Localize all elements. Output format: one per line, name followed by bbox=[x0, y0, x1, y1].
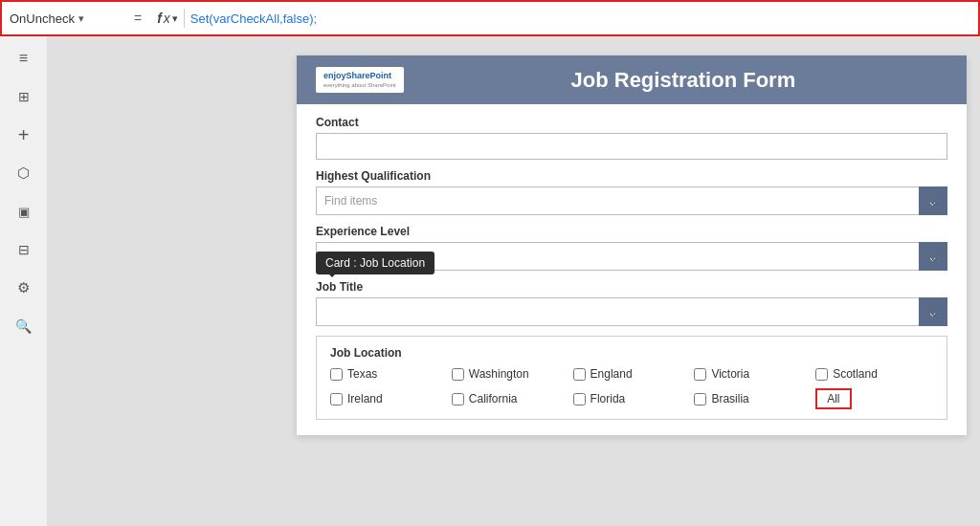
victoria-checkbox[interactable] bbox=[694, 368, 706, 381]
job-location-title: Job Location bbox=[330, 346, 933, 360]
list-item: Victoria bbox=[694, 367, 812, 381]
job-title-dropdown-icon[interactable]: ⌄ bbox=[919, 297, 947, 326]
list-item: Washington bbox=[452, 367, 569, 381]
data-icon[interactable]: ⬡ bbox=[13, 163, 34, 184]
texas-checkbox[interactable] bbox=[330, 368, 343, 381]
equals-sign: = bbox=[130, 11, 145, 26]
list-item: Texas bbox=[330, 367, 448, 381]
florida-label: Florida bbox=[590, 392, 626, 405]
form-body: Contact Highest Qualification Find items… bbox=[297, 104, 967, 435]
experience-label: Experience Level bbox=[316, 225, 947, 238]
checkbox-grid: Texas Washington England Victoria bbox=[330, 367, 933, 409]
components-icon[interactable]: ⊟ bbox=[13, 239, 34, 260]
formula-input[interactable] bbox=[190, 11, 970, 26]
fx-label: f bbox=[157, 11, 162, 26]
all-button-cell: All bbox=[815, 388, 933, 409]
qualification-label: Highest Qualification bbox=[316, 169, 947, 183]
ireland-checkbox[interactable] bbox=[330, 393, 343, 405]
left-sidebar: ≡ ⊞ + ⬡ ▣ ⊟ ⚙ 🔍 bbox=[0, 36, 48, 526]
scotland-label: Scotland bbox=[833, 367, 878, 381]
qualification-select-wrapper: Find items ⌄ bbox=[316, 186, 947, 215]
settings-icon[interactable]: ⚙ bbox=[13, 277, 34, 298]
job-title-select-wrapper: ⌄ bbox=[316, 297, 947, 326]
list-item: Ireland bbox=[330, 388, 448, 409]
california-checkbox[interactable] bbox=[452, 393, 464, 405]
layers-icon[interactable]: ⊞ bbox=[13, 86, 34, 107]
brasilia-checkbox[interactable] bbox=[694, 393, 706, 405]
job-title-label: Job Title bbox=[316, 280, 947, 294]
job-location-section: Job Location Texas Washington England bbox=[316, 336, 947, 420]
form-panel: enjoySharePoint everything about SharePo… bbox=[297, 55, 967, 435]
fx-dropdown-icon[interactable]: ▾ bbox=[172, 12, 178, 25]
card-job-location-tooltip: Card : Job Location bbox=[316, 252, 434, 274]
list-item: California bbox=[452, 388, 569, 409]
logo: enjoySharePoint everything about SharePo… bbox=[316, 67, 404, 93]
dropdown-arrow-icon[interactable]: ▾ bbox=[78, 12, 84, 25]
experience-dropdown-icon[interactable]: ⌄ bbox=[919, 242, 947, 271]
washington-checkbox[interactable] bbox=[452, 368, 464, 381]
england-checkbox[interactable] bbox=[573, 368, 586, 381]
brasilia-label: Brasilia bbox=[711, 392, 748, 405]
list-item: England bbox=[573, 367, 691, 381]
ireland-label: Ireland bbox=[347, 392, 383, 405]
fx-x: x bbox=[164, 11, 170, 26]
florida-checkbox[interactable] bbox=[573, 393, 586, 405]
property-name: OnUncheck bbox=[10, 11, 75, 26]
fx-button[interactable]: fx ▾ bbox=[151, 9, 185, 28]
job-title-field: Job Title ⌄ Card : Job Location bbox=[316, 280, 947, 326]
form-header: enjoySharePoint everything about SharePo… bbox=[297, 55, 967, 104]
qualification-dropdown-icon[interactable]: ⌄ bbox=[919, 186, 947, 215]
logo-line2: everything about SharePoint bbox=[323, 82, 396, 90]
property-dropdown[interactable]: OnUncheck ▾ bbox=[10, 11, 124, 26]
all-button[interactable]: All bbox=[815, 388, 851, 409]
search-icon[interactable]: 🔍 bbox=[13, 316, 34, 337]
victoria-label: Victoria bbox=[711, 367, 749, 381]
form-title: Job Registration Form bbox=[419, 68, 947, 93]
contact-input[interactable] bbox=[316, 133, 947, 160]
main-area: enjoySharePoint everything about SharePo… bbox=[48, 36, 980, 526]
california-label: California bbox=[469, 392, 518, 405]
menu-icon[interactable]: ≡ bbox=[13, 48, 34, 69]
scotland-checkbox[interactable] bbox=[815, 368, 828, 381]
contact-label: Contact bbox=[316, 116, 947, 129]
controls-icon[interactable]: ▣ bbox=[13, 201, 34, 222]
formula-bar: OnUncheck ▾ = fx ▾ bbox=[0, 0, 980, 36]
list-item: Brasilia bbox=[694, 388, 812, 409]
qualification-select[interactable]: Find items bbox=[316, 186, 947, 215]
job-title-select[interactable] bbox=[316, 297, 947, 326]
washington-label: Washington bbox=[469, 367, 529, 381]
all-label: All bbox=[827, 392, 839, 405]
qualification-field: Highest Qualification Find items ⌄ bbox=[316, 169, 947, 215]
contact-field: Contact bbox=[316, 116, 947, 160]
texas-label: Texas bbox=[347, 367, 377, 381]
list-item: Scotland bbox=[815, 367, 933, 381]
logo-line1: enjoySharePoint bbox=[323, 71, 396, 82]
add-icon[interactable]: + bbox=[13, 124, 34, 145]
list-item: Florida bbox=[573, 388, 691, 409]
england-label: England bbox=[590, 367, 633, 381]
